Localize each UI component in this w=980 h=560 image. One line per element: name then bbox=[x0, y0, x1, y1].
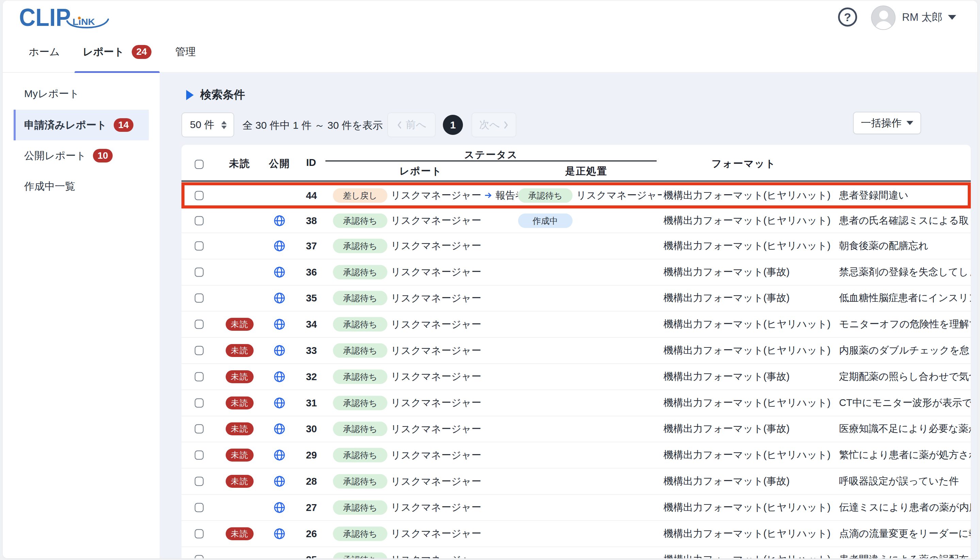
report-status-badge: 承認待ち bbox=[333, 343, 387, 358]
svg-text:LiNK: LiNK bbox=[73, 17, 95, 27]
table-row[interactable]: 未読30承認待ちリスクマネージャー機構出力フォーマット(事故)医療知識不足により… bbox=[181, 416, 971, 442]
row-title: モニターオフの危険性を理解できて bbox=[839, 317, 971, 331]
row-format: 機構出力フォーマット(事故) bbox=[663, 370, 837, 383]
row-checkbox[interactable] bbox=[195, 425, 204, 433]
report-status-badge: 承認待ち bbox=[333, 213, 387, 228]
row-format: 機構出力フォーマット(ヒヤリハット) bbox=[663, 448, 837, 462]
row-checkbox[interactable] bbox=[195, 503, 204, 512]
corrective-status-badge: 作成中 bbox=[518, 213, 573, 228]
report-status-cell: 承認待ちリスクマネージャー bbox=[333, 474, 518, 489]
row-format: 機構出力フォーマット(ヒヤリハット) bbox=[663, 396, 837, 410]
sidebar-item-2[interactable]: 公開レポート10 bbox=[13, 140, 149, 171]
globe-icon bbox=[274, 345, 285, 356]
table-row[interactable]: 未読32承認待ちリスクマネージャー機構出力フォーマット(事故)定期配薬の照らし合… bbox=[181, 364, 971, 390]
globe-icon bbox=[274, 267, 285, 278]
row-checkbox[interactable] bbox=[195, 191, 204, 200]
arrow-right-icon bbox=[485, 192, 492, 199]
row-checkbox[interactable] bbox=[195, 293, 204, 303]
sidebar-item-label: 申請済みレポート bbox=[24, 118, 107, 132]
sidebar-item-0[interactable]: Myレポート bbox=[13, 78, 149, 109]
corrective-status-badge: 承認待ち bbox=[518, 188, 573, 203]
sidebar-item-1[interactable]: 申請済みレポート14 bbox=[13, 110, 149, 140]
row-title: 朝食後薬の配膳忘れ bbox=[839, 239, 971, 253]
row-checkbox[interactable] bbox=[195, 267, 204, 277]
search-conditions-toggle[interactable]: 検索条件 bbox=[186, 87, 245, 103]
sidebar-item-3[interactable]: 作成中一覧 bbox=[13, 171, 149, 202]
sidebar-item-label: 作成中一覧 bbox=[24, 180, 75, 193]
status-group-underline bbox=[326, 160, 657, 162]
row-checkbox[interactable] bbox=[195, 451, 204, 460]
globe-icon bbox=[274, 292, 285, 304]
report-actor: リスクマネージャー bbox=[391, 553, 481, 558]
page-size-select[interactable]: 50 件 bbox=[181, 112, 234, 137]
tab-admin[interactable]: 管理 bbox=[163, 40, 208, 64]
range-text: 全 30 件中 1 件 ～ 30 件を表示 bbox=[243, 118, 383, 133]
row-checkbox[interactable] bbox=[195, 372, 204, 381]
report-status-badge: 承認待ち bbox=[333, 448, 387, 463]
user-menu[interactable]: RM 太郎 bbox=[902, 10, 956, 25]
table-row[interactable]: 27承認待ちリスクマネージャー機構出力フォーマット(ヒヤリハット)伝達ミスにより… bbox=[181, 495, 971, 521]
globe-icon bbox=[274, 215, 285, 227]
report-status-cell: 差し戻しリスクマネージャー報告者 bbox=[333, 188, 518, 203]
row-format: 機構出力フォーマット(ヒヤリハット) bbox=[663, 527, 837, 541]
row-checkbox[interactable] bbox=[195, 241, 204, 250]
table-row[interactable]: 36承認待ちリスクマネージャー機構出力フォーマット(事故)禁忌薬剤の登録を失念し… bbox=[181, 259, 971, 285]
row-id: 44 bbox=[297, 190, 317, 201]
tab-home[interactable]: ホーム bbox=[20, 40, 68, 64]
bulk-actions-button[interactable]: 一括操作 bbox=[853, 112, 921, 134]
row-id: 35 bbox=[297, 293, 317, 304]
row-id: 29 bbox=[297, 450, 317, 461]
row-checkbox[interactable] bbox=[195, 398, 204, 407]
public-globe bbox=[274, 318, 285, 330]
chevron-right-icon bbox=[504, 121, 508, 130]
row-checkbox[interactable] bbox=[195, 216, 204, 225]
current-page-button[interactable]: 1 bbox=[443, 115, 463, 135]
report-actor: リスクマネージャー bbox=[391, 317, 481, 331]
header-public: 公開 bbox=[266, 157, 293, 171]
row-id: 33 bbox=[297, 345, 317, 356]
row-format: 機構出力フォーマット(事故) bbox=[663, 475, 837, 488]
select-all-checkbox[interactable] bbox=[195, 160, 204, 169]
table-row[interactable]: 未読29承認待ちリスクマネージャー機構出力フォーマット(ヒヤリハット)繁忙により… bbox=[181, 442, 971, 468]
table-row[interactable]: 未読34承認待ちリスクマネージャー機構出力フォーマット(ヒヤリハット)モニターオ… bbox=[181, 311, 971, 338]
public-globe bbox=[274, 292, 285, 304]
row-checkbox[interactable] bbox=[195, 477, 204, 486]
unread-badge: 未読 bbox=[226, 370, 254, 383]
report-actor: リスクマネージャー bbox=[391, 239, 481, 253]
reports-table: 未読 公開 ID ステータス レポート 是正処置 フォーマット 44差し戻しリス… bbox=[181, 145, 971, 558]
row-title: CT中にモニター波形が表示できな bbox=[839, 396, 971, 410]
avatar[interactable] bbox=[871, 5, 895, 30]
report-actor: リスクマネージャー bbox=[391, 527, 481, 541]
table-row[interactable]: 38承認待ちリスクマネージャー作成中機構出力フォーマット(ヒヤリハット)患者の氏… bbox=[181, 208, 971, 233]
corrective-status-cell: 作成中 bbox=[518, 213, 662, 228]
row-title: 点滴の流量変更をリーダーに報告 bbox=[839, 527, 971, 541]
row-checkbox[interactable] bbox=[195, 555, 204, 558]
table-row[interactable]: 未読31承認待ちリスクマネージャー機構出力フォーマット(ヒヤリハット)CT中にモ… bbox=[181, 390, 971, 416]
prev-page-button[interactable]: 前へ bbox=[387, 112, 436, 137]
row-checkbox[interactable] bbox=[195, 320, 204, 329]
select-updown-icon bbox=[221, 121, 227, 129]
chevron-left-icon bbox=[397, 121, 402, 130]
table-row[interactable]: 37承認待ちリスクマネージャー機構出力フォーマット(ヒヤリハット)朝食後薬の配膳… bbox=[181, 233, 971, 259]
brand-logo[interactable]: CLIP LiNK bbox=[19, 5, 111, 31]
row-id: 37 bbox=[297, 240, 317, 252]
tab-report[interactable]: レポート 24 bbox=[75, 40, 159, 64]
table-row[interactable]: 44差し戻しリスクマネージャー報告者承認待ちリスクマネージャー機構出力フォーマッ… bbox=[181, 182, 971, 208]
row-title: 低血糖性脳症患者にインスリンが bbox=[839, 291, 971, 305]
row-id: 36 bbox=[297, 267, 317, 278]
unread-badge: 未読 bbox=[226, 527, 254, 540]
table-row[interactable]: 25承認待ちリスクマネージャー機構出力フォーマット(ヒヤリハット)患者間違えによ… bbox=[181, 547, 971, 558]
report-status-badge: 承認待ち bbox=[333, 395, 387, 410]
table-row[interactable]: 未読28承認待ちリスクマネージャー機構出力フォーマット(事故)呼吸器設定が誤って… bbox=[181, 468, 971, 495]
row-checkbox[interactable] bbox=[195, 346, 204, 355]
table-row[interactable]: 35承認待ちリスクマネージャー機構出力フォーマット(事故)低血糖性脳症患者にイン… bbox=[181, 285, 971, 312]
next-page-button[interactable]: 次へ bbox=[472, 112, 517, 137]
row-format: 機構出力フォーマット(ヒヤリハット) bbox=[663, 239, 837, 253]
table-row[interactable]: 未読26承認待ちリスクマネージャー機構出力フォーマット(ヒヤリハット)点滴の流量… bbox=[181, 521, 971, 547]
table-row[interactable]: 未読33承認待ちリスクマネージャー機構出力フォーマット(ヒヤリハット)内服薬のダ… bbox=[181, 338, 971, 364]
help-icon[interactable]: ? bbox=[838, 7, 857, 27]
globe-icon bbox=[274, 502, 285, 513]
report-status-cell: 承認待ちリスクマネージャー bbox=[333, 395, 518, 410]
chevron-down-icon bbox=[907, 121, 913, 125]
row-checkbox[interactable] bbox=[195, 529, 204, 538]
